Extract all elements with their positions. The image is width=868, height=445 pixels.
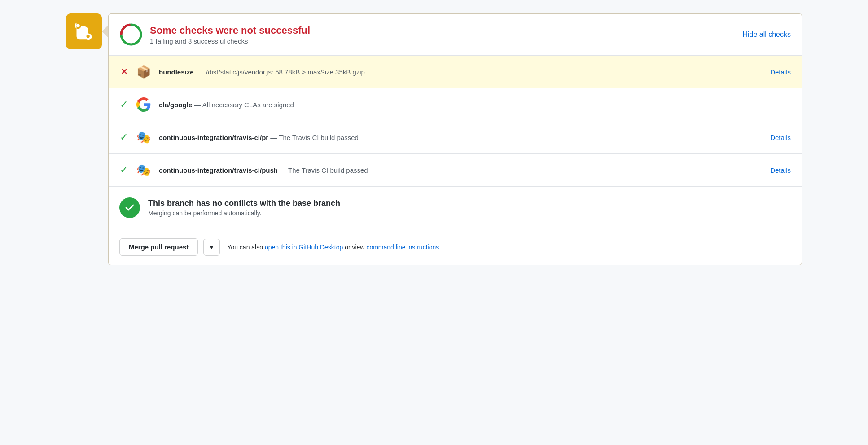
merge-dropdown-button[interactable]: ▾: [203, 239, 220, 256]
bundlesize-details-link[interactable]: Details: [770, 68, 791, 76]
cla-google-name-area: cla/google — All necessary CLAs are sign…: [159, 101, 791, 109]
fail-icon: ✕: [119, 67, 128, 77]
header-left: Some checks were not successful 1 failin…: [119, 23, 310, 46]
travis-pr-details-link[interactable]: Details: [770, 134, 791, 141]
travis-push-details-link[interactable]: Details: [770, 166, 791, 174]
bundlesize-logo: 📦: [136, 64, 152, 80]
merge-info-period: .: [439, 244, 441, 251]
google-g-icon: [136, 97, 151, 112]
pass-icon-travis-pr: ✓: [119, 131, 128, 143]
travis-push-description: — The Travis CI build passed: [280, 166, 368, 174]
bundlesize-description: — ./dist/static/js/vendor.js: 58.78kB > …: [196, 68, 365, 76]
merge-info-prefix: You can also: [227, 244, 265, 251]
check-row-cla-google: ✓ cla/google — All necessary CLAs are si…: [109, 88, 802, 121]
checks-title: Some checks were not successful: [150, 25, 310, 36]
checks-subtitle: 1 failing and 3 successful checks: [150, 37, 310, 45]
no-conflict-text: This branch has no conflicts with the ba…: [148, 199, 340, 217]
merge-info-text: You can also open this in GitHub Desktop…: [227, 244, 441, 251]
pr-merge-panel: Some checks were not successful 1 failin…: [66, 13, 802, 265]
merge-info-or: or view: [343, 244, 366, 251]
merge-section: Merge pull request ▾ You can also open t…: [109, 229, 802, 265]
command-line-link[interactable]: command line instructions: [366, 244, 439, 251]
open-in-desktop-link[interactable]: open this in GitHub Desktop: [265, 244, 343, 251]
checkmark-icon: [124, 202, 135, 213]
google-logo: [136, 96, 152, 113]
no-conflict-subtitle: Merging can be performed automatically.: [148, 209, 340, 217]
checks-list: ✕ 📦 bundlesize — ./dist/static/js/vendor…: [109, 56, 802, 187]
check-row-bundlesize: ✕ 📦 bundlesize — ./dist/static/js/vendor…: [109, 56, 802, 88]
green-check-circle: [119, 197, 140, 218]
travis-pr-description: — The Travis CI build passed: [270, 134, 358, 141]
travis-push-name: continuous-integration/travis-ci/push: [159, 166, 278, 174]
travis-pr-name-area: continuous-integration/travis-ci/pr — Th…: [159, 134, 763, 141]
header-text: Some checks were not successful 1 failin…: [150, 25, 310, 45]
travis-push-name-area: continuous-integration/travis-ci/push — …: [159, 166, 763, 174]
main-panel: Some checks were not successful 1 failin…: [108, 13, 802, 265]
cla-google-name: cla/google: [159, 101, 192, 109]
travis-pr-name: continuous-integration/travis-ci/pr: [159, 134, 268, 141]
status-circle-icon: [119, 23, 143, 46]
travis-push-logo: 🎭: [136, 162, 152, 178]
merge-pull-request-button[interactable]: Merge pull request: [119, 238, 198, 256]
no-conflict-section: This branch has no conflicts with the ba…: [109, 187, 802, 229]
pass-icon-cla: ✓: [119, 99, 128, 110]
no-conflict-title: This branch has no conflicts with the ba…: [148, 199, 340, 208]
check-row-travis-pr: ✓ 🎭 continuous-integration/travis-ci/pr …: [109, 121, 802, 154]
hide-all-checks-button[interactable]: Hide all checks: [742, 31, 791, 39]
bundlesize-name: bundlesize: [159, 68, 194, 76]
arrow-notch: [102, 25, 108, 38]
pass-icon-travis-push: ✓: [119, 164, 128, 176]
merge-icon: [74, 22, 94, 41]
merge-icon-box: [66, 13, 102, 49]
bundlesize-name-area: bundlesize — ./dist/static/js/vendor.js:…: [159, 68, 763, 76]
cla-google-description: — All necessary CLAs are signed: [194, 101, 294, 109]
dropdown-arrow-icon: ▾: [210, 244, 213, 251]
checks-header: Some checks were not successful 1 failin…: [109, 14, 802, 56]
travis-pr-logo: 🎭: [136, 129, 152, 145]
check-row-travis-push: ✓ 🎭 continuous-integration/travis-ci/pus…: [109, 154, 802, 186]
